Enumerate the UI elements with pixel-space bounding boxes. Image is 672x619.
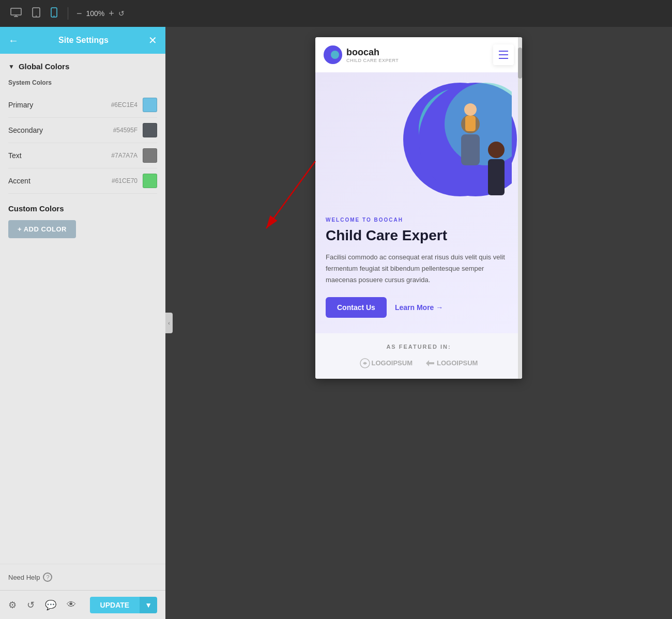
mobile-icon[interactable]	[49, 5, 59, 22]
learn-more-button[interactable]: Learn More →	[395, 303, 443, 312]
frame-scrollbar-thumb[interactable]	[518, 48, 522, 79]
custom-colors-title: Custom Colors	[8, 204, 157, 213]
svg-rect-14	[461, 134, 480, 165]
preview-frame: boocah CHILD CARE EXPERT	[315, 37, 522, 379]
color-hex-accent: #61CE70	[112, 177, 138, 184]
sidebar-header: ← Site Settings ✕	[0, 27, 165, 54]
bottom-toolbar: ⚙ ↺ 💬 👁 UPDATE ▼	[0, 590, 165, 619]
featured-label: AS FEATURED IN:	[326, 344, 512, 350]
color-swatch-primary[interactable]	[143, 98, 157, 112]
settings-icon[interactable]: ⚙	[8, 599, 17, 611]
hero-image-area	[326, 83, 512, 207]
hamburger-button[interactable]	[493, 44, 514, 65]
svg-rect-18	[488, 159, 505, 195]
logo-icon	[324, 45, 342, 64]
global-colors-section-header[interactable]: ▼ Global Colors	[8, 62, 157, 71]
color-swatch-accent[interactable]	[143, 174, 157, 188]
preview-nav: boocah CHILD CARE EXPERT	[315, 37, 522, 72]
canvas-area: boocah CHILD CARE EXPERT	[165, 27, 672, 619]
color-hex-text: #7A7A7A	[111, 152, 138, 159]
hero-title: Child Care Expert	[326, 227, 512, 244]
logos-row: LOGOIPSUM LOGOIPSUM	[326, 358, 512, 368]
zoom-in-button[interactable]: +	[109, 8, 114, 19]
color-hex-secondary: #54595F	[113, 127, 138, 134]
system-colors-title: System Colors	[8, 79, 157, 86]
logo-ipsum-1: LOGOIPSUM	[360, 358, 413, 368]
color-name-accent: Accent	[8, 177, 112, 185]
color-row-text[interactable]: Text #7A7A7A	[8, 143, 157, 168]
svg-rect-0	[11, 8, 21, 15]
sidebar-back-button[interactable]: ←	[8, 35, 19, 47]
hero-description: Facilisi commodo ac consequat erat risus…	[326, 252, 512, 286]
color-swatch-secondary[interactable]	[143, 123, 157, 137]
color-row-accent[interactable]: Accent #61CE70	[8, 168, 157, 194]
tablet-icon[interactable]	[30, 5, 42, 22]
custom-colors-section: Custom Colors + ADD COLOR	[8, 204, 157, 238]
main-layout: ← Site Settings ✕ ▼ Global Colors System…	[0, 27, 672, 619]
color-swatch-text[interactable]	[143, 148, 157, 163]
svg-line-8	[266, 161, 315, 228]
svg-point-6	[54, 16, 55, 17]
logo-ipsum-2: LOGOIPSUM	[425, 358, 478, 368]
section-arrow-icon: ▼	[8, 63, 14, 70]
help-icon[interactable]: ?	[43, 572, 52, 582]
color-name-text: Text	[8, 151, 111, 160]
logo-ipsum-2-text: LOGOIPSUM	[437, 359, 478, 367]
color-hex-primary: #6EC1E4	[111, 101, 138, 109]
logo-ipsum-1-text: LOGOIPSUM	[372, 359, 413, 367]
toolbar-divider	[68, 7, 68, 20]
preview-logo: boocah CHILD CARE EXPERT	[324, 45, 399, 64]
svg-point-4	[36, 16, 37, 17]
svg-point-10	[331, 51, 339, 59]
color-row-secondary[interactable]: Secondary #54595F	[8, 118, 157, 143]
global-colors-title: Global Colors	[19, 62, 69, 71]
featured-section: AS FEATURED IN: LOGOIPSUM LOGOIPSUM	[315, 333, 522, 379]
zoom-level: 100%	[86, 9, 105, 18]
sidebar-title: Site Settings	[58, 36, 109, 45]
color-name-secondary: Secondary	[8, 126, 113, 134]
hamburger-line-1	[499, 51, 508, 52]
hamburger-line-2	[499, 54, 508, 55]
hamburger-line-3	[499, 58, 508, 59]
sidebar-collapse-handle[interactable]: ‹	[165, 313, 173, 333]
update-dropdown-button[interactable]: ▼	[140, 597, 157, 613]
color-name-primary: Primary	[8, 101, 111, 109]
hero-section: WELCOME TO BOOCAH Child Care Expert Faci…	[315, 72, 522, 333]
zoom-reset-button[interactable]: ↺	[118, 9, 125, 18]
device-icon-group	[8, 5, 59, 22]
svg-point-17	[488, 142, 505, 158]
hero-badge: WELCOME TO BOOCAH	[326, 217, 512, 223]
sidebar: ← Site Settings ✕ ▼ Global Colors System…	[0, 27, 165, 619]
zoom-out-button[interactable]: −	[77, 8, 82, 19]
svg-rect-16	[465, 116, 476, 131]
color-row-primary[interactable]: Primary #6EC1E4	[8, 92, 157, 118]
top-toolbar: − 100% + ↺	[0, 0, 672, 27]
need-help-section: Need Help ?	[0, 564, 165, 590]
bottom-icon-group: ⚙ ↺ 💬 👁	[8, 599, 76, 611]
need-help-label[interactable]: Need Help	[8, 574, 40, 581]
history-icon[interactable]: ↺	[27, 599, 35, 611]
eye-icon[interactable]: 👁	[67, 599, 76, 611]
sidebar-content: ▼ Global Colors System Colors Primary #6…	[0, 54, 165, 564]
logo-tagline: CHILD CARE EXPERT	[346, 58, 399, 63]
frame-scrollbar[interactable]	[518, 37, 522, 379]
desktop-icon[interactable]	[8, 6, 24, 22]
contact-us-button[interactable]: Contact Us	[326, 297, 387, 318]
hero-buttons: Contact Us Learn More →	[326, 297, 512, 318]
update-button[interactable]: UPDATE	[90, 597, 140, 613]
logo-brand: boocah	[346, 47, 399, 58]
update-button-group: UPDATE ▼	[90, 597, 157, 613]
zoom-controls: − 100% + ↺	[77, 8, 125, 19]
sidebar-close-button[interactable]: ✕	[148, 34, 157, 47]
logo-text-block: boocah CHILD CARE EXPERT	[346, 47, 399, 63]
comments-icon[interactable]: 💬	[45, 599, 56, 611]
add-color-button[interactable]: + ADD COLOR	[8, 220, 76, 238]
svg-point-15	[464, 103, 477, 116]
hero-family-image	[398, 83, 512, 207]
